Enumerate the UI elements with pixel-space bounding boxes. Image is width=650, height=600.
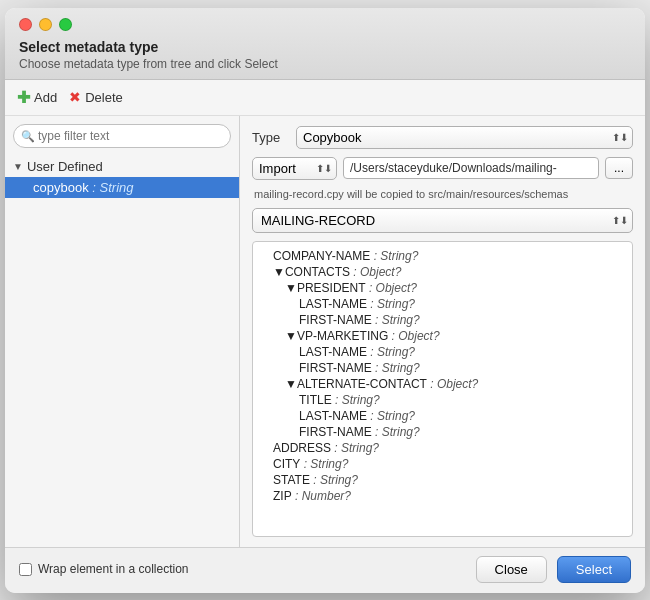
delete-button[interactable]: ✖ Delete (69, 89, 123, 105)
search-box: 🔍 (13, 124, 231, 148)
schema-tree-item: ▼VP-MARKETING : Object? (257, 328, 628, 344)
close-button[interactable]: Close (476, 556, 547, 583)
browse-button[interactable]: ... (605, 157, 633, 179)
type-select[interactable]: Copybook (296, 126, 633, 149)
wrap-check-row: Wrap element in a collection (19, 562, 189, 576)
right-panel: Type Copybook ⬆⬇ Import ⬆⬇ /Users/stacey… (240, 116, 645, 547)
dialog: Select metadata type Choose metadata typ… (5, 8, 645, 593)
tree-item-name: copybook (33, 180, 89, 195)
schema-tree-item: COMPANY-NAME : String? (257, 248, 628, 264)
schema-tree-item: LAST-NAME : String? (257, 296, 628, 312)
tree-item-type: : String (92, 180, 133, 195)
import-select-wrapper: Import ⬆⬇ (252, 157, 337, 180)
chevron-icon: ▼ (13, 161, 23, 172)
type-select-wrapper: Copybook ⬆⬇ (296, 126, 633, 149)
maximize-window-btn[interactable] (59, 18, 72, 31)
schema-tree-item: ADDRESS : String? (257, 440, 628, 456)
schema-tree-item: ▼CONTACTS : Object? (257, 264, 628, 280)
type-row: Type Copybook ⬆⬇ (252, 126, 633, 149)
title-bar: Select metadata type Choose metadata typ… (5, 8, 645, 80)
wrap-label: Wrap element in a collection (38, 562, 189, 576)
type-label: Type (252, 130, 288, 145)
record-select-wrapper: MAILING-RECORD ⬆⬇ (252, 208, 633, 233)
add-label: Add (34, 90, 57, 105)
schema-tree-item: TITLE : String? (257, 392, 628, 408)
tree-group-label: User Defined (27, 159, 103, 174)
schema-tree: COMPANY-NAME : String?▼CONTACTS : Object… (252, 241, 633, 537)
tree-item-copybook[interactable]: copybook : String (5, 177, 239, 198)
schema-tree-item: LAST-NAME : String? (257, 408, 628, 424)
schema-tree-item: FIRST-NAME : String? (257, 360, 628, 376)
schema-tree-item: ▼ALTERNATE-CONTACT : Object? (257, 376, 628, 392)
tree-group-user-defined[interactable]: ▼ User Defined (5, 156, 239, 177)
schema-tree-item: CITY : String? (257, 456, 628, 472)
schema-tree-item: FIRST-NAME : String? (257, 424, 628, 440)
dialog-title: Select metadata type (19, 39, 158, 55)
delete-label: Delete (85, 90, 123, 105)
select-button[interactable]: Select (557, 556, 631, 583)
window-controls (19, 18, 72, 31)
add-button[interactable]: ✚ Add (17, 88, 57, 107)
import-select[interactable]: Import (252, 157, 337, 180)
wrap-checkbox[interactable] (19, 563, 32, 576)
search-input[interactable] (13, 124, 231, 148)
path-field: /Users/staceyduke/Downloads/mailing- (343, 157, 599, 179)
schema-tree-item: LAST-NAME : String? (257, 344, 628, 360)
schema-tree-item: ▼PRESIDENT : Object? (257, 280, 628, 296)
schema-tree-item: ZIP : Number? (257, 488, 628, 504)
import-row: Import ⬆⬇ /Users/staceyduke/Downloads/ma… (252, 157, 633, 180)
schema-tree-item: STATE : String? (257, 472, 628, 488)
add-icon: ✚ (17, 88, 30, 107)
main-content: 🔍 ▼ User Defined copybook : String Type (5, 116, 645, 547)
close-window-btn[interactable] (19, 18, 32, 31)
toolbar: ✚ Add ✖ Delete (5, 80, 645, 116)
tree-view: ▼ User Defined copybook : String (5, 154, 239, 547)
record-select[interactable]: MAILING-RECORD (252, 208, 633, 233)
delete-icon: ✖ (69, 89, 81, 105)
footer: Wrap element in a collection Close Selec… (5, 547, 645, 593)
copy-notice: mailing-record.cpy will be copied to src… (252, 188, 633, 200)
left-panel: 🔍 ▼ User Defined copybook : String (5, 116, 240, 547)
footer-actions: Close Select (476, 556, 631, 583)
dialog-subtitle: Choose metadata type from tree and click… (19, 57, 278, 71)
minimize-window-btn[interactable] (39, 18, 52, 31)
search-icon: 🔍 (21, 129, 35, 142)
schema-tree-item: FIRST-NAME : String? (257, 312, 628, 328)
